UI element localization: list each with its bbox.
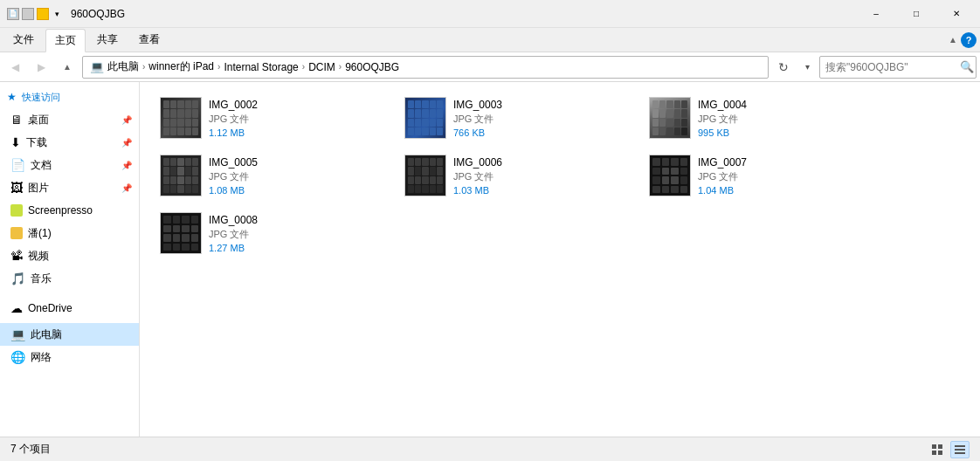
file-type-img0002: JPG 文件 [209, 113, 258, 126]
file-item-img0002[interactable]: IMG_0002 JPG 文件 1.12 MB [154, 93, 381, 143]
search-input[interactable] [825, 61, 956, 73]
svg-rect-1 [938, 444, 942, 449]
file-type-img0008: JPG 文件 [209, 228, 258, 241]
main-content: ★ 快速访问 🖥 桌面 📌 ⬇ 下载 📌 📄 文档 📌 🖼 图片 📌 Scree… [0, 82, 980, 437]
music-icon: 🎵 [10, 272, 25, 286]
maximize-button[interactable]: □ [896, 0, 936, 28]
file-item-img0004[interactable]: IMG_0004 JPG 文件 995 KB [643, 93, 870, 143]
file-size-img0003: 766 KB [453, 127, 502, 138]
sidebar-item-onedrive[interactable]: ☁ OneDrive [0, 297, 139, 320]
up-button[interactable]: ▲ [56, 56, 79, 79]
sidebar-item-desktop[interactable]: 🖥 桌面 📌 [0, 108, 139, 131]
file-type-img0003: JPG 文件 [453, 113, 502, 126]
file-type-img0006: JPG 文件 [453, 170, 502, 183]
file-type-img0007: JPG 文件 [698, 170, 747, 183]
help-button[interactable]: ? [961, 32, 977, 48]
file-size-img0007: 1.04 MB [698, 185, 747, 196]
file-name-img0006: IMG_0006 [453, 156, 502, 169]
sidebar-item-screenpresso[interactable]: Screenpresso [0, 199, 139, 222]
close-button[interactable]: ✕ [936, 0, 977, 28]
sidebar-item-documents[interactable]: 📄 文档 📌 [0, 154, 139, 176]
file-type-img0004: JPG 文件 [698, 113, 747, 126]
file-name-img0007: IMG_0007 [698, 156, 747, 169]
minimize-button[interactable]: – [856, 0, 896, 28]
file-size-img0004: 995 KB [698, 127, 747, 138]
address-path[interactable]: 💻 此电脑 › winner的 iPad › Internal Storage … [82, 56, 769, 79]
file-info-img0005: IMG_0005 JPG 文件 1.08 MB [209, 156, 258, 196]
sidebar-item-network[interactable]: 🌐 网络 [0, 346, 139, 368]
computer-icon: 💻 [10, 327, 25, 341]
file-name-img0002: IMG_0002 [209, 99, 258, 111]
pin-icon-download: 📌 [121, 138, 132, 148]
file-grid: IMG_0002 JPG 文件 1.12 MB IMG_0003 [154, 93, 966, 258]
documents-icon: 📄 [10, 158, 25, 172]
path-internal-storage[interactable]: Internal Storage [224, 61, 298, 73]
path-computer[interactable]: 此电脑 [107, 59, 139, 74]
file-item-img0003[interactable]: IMG_0003 JPG 文件 766 KB [398, 93, 625, 143]
file-thumb-img0008 [160, 212, 202, 254]
tab-file[interactable]: 文件 [3, 28, 44, 52]
address-dropdown[interactable]: ▾ [798, 56, 816, 79]
path-ipad[interactable]: winner的 iPad [148, 59, 214, 74]
file-size-img0005: 1.08 MB [209, 185, 258, 196]
svg-rect-4 [955, 445, 965, 447]
sidebar-quick-access[interactable]: ★ 快速访问 [0, 86, 139, 108]
status-right [928, 441, 970, 458]
search-icon[interactable]: 🔍 [960, 60, 974, 73]
address-bar: ◀ ▶ ▲ 💻 此电脑 › winner的 iPad › Internal St… [0, 52, 980, 82]
tab-view[interactable]: 查看 [129, 28, 169, 52]
file-info-img0008: IMG_0008 JPG 文件 1.27 MB [209, 214, 258, 253]
details-view-icon [954, 444, 966, 456]
sidebar-item-computer[interactable]: 💻 此电脑 [0, 323, 139, 346]
file-name-img0004: IMG_0004 [698, 99, 747, 111]
file-name-img0005: IMG_0005 [209, 156, 258, 169]
file-thumb-img0004 [649, 97, 691, 139]
file-item-img0005[interactable]: IMG_0005 JPG 文件 1.08 MB [154, 150, 381, 201]
sidebar-item-music[interactable]: 🎵 音乐 [0, 267, 139, 290]
file-item-img0006[interactable]: IMG_0006 JPG 文件 1.03 MB [398, 150, 625, 201]
window-icon2 [22, 8, 34, 20]
pin-icon-desktop: 📌 [121, 115, 132, 125]
pan-icon [10, 227, 23, 239]
dropdown-icon-title[interactable]: ▾ [52, 9, 62, 19]
sidebar: ★ 快速访问 🖥 桌面 📌 ⬇ 下载 📌 📄 文档 📌 🖼 图片 📌 Scree… [0, 82, 140, 437]
title-bar: 📄 ▾ 960OQJBG – □ ✕ [0, 0, 980, 28]
file-area: IMG_0002 JPG 文件 1.12 MB IMG_0003 [140, 82, 980, 437]
sidebar-spacer [0, 290, 139, 297]
svg-rect-3 [938, 451, 942, 455]
file-thumb-img0003 [404, 97, 446, 139]
tab-share[interactable]: 共享 [87, 28, 128, 52]
window-icon: 📄 [7, 8, 19, 20]
path-folder[interactable]: 960OQJBG [345, 61, 399, 73]
file-item-img0007[interactable]: IMG_0007 JPG 文件 1.04 MB [643, 150, 870, 201]
pictures-icon: 🖼 [10, 181, 23, 195]
forward-button[interactable]: ▶ [30, 56, 52, 79]
large-icon-view-icon [931, 444, 943, 456]
path-dcim[interactable]: DCIM [308, 61, 335, 73]
view-details-button[interactable] [950, 441, 970, 458]
back-button[interactable]: ◀ [3, 56, 26, 79]
download-icon: ⬇ [10, 135, 21, 149]
file-info-img0003: IMG_0003 JPG 文件 766 KB [453, 99, 502, 138]
item-count: 7 个项目 [10, 442, 51, 457]
file-thumb-img0006 [404, 155, 446, 196]
sidebar-item-pictures[interactable]: 🖼 图片 📌 [0, 176, 139, 199]
refresh-button[interactable]: ↻ [772, 56, 795, 79]
file-name-img0008: IMG_0008 [209, 214, 258, 226]
folder-icon-title [37, 8, 49, 20]
network-icon: 🌐 [10, 350, 25, 364]
search-box: 🔍 [819, 56, 977, 79]
ribbon-collapse[interactable]: ▲ [949, 35, 957, 45]
svg-rect-2 [932, 451, 936, 455]
svg-rect-5 [955, 449, 965, 451]
sidebar-item-video[interactable]: 📽 视频 [0, 244, 139, 267]
tab-home[interactable]: 主页 [45, 29, 86, 52]
file-size-img0002: 1.12 MB [209, 127, 258, 138]
sidebar-item-pan[interactable]: 潘(1) [0, 222, 139, 244]
view-large-icon-button[interactable] [928, 441, 947, 458]
video-icon: 📽 [10, 249, 23, 263]
sidebar-item-download[interactable]: ⬇ 下载 📌 [0, 131, 139, 154]
file-item-img0008[interactable]: IMG_0008 JPG 文件 1.27 MB [154, 208, 381, 258]
pin-icon-pictures: 📌 [121, 183, 132, 193]
pin-icon-documents: 📌 [121, 161, 132, 170]
